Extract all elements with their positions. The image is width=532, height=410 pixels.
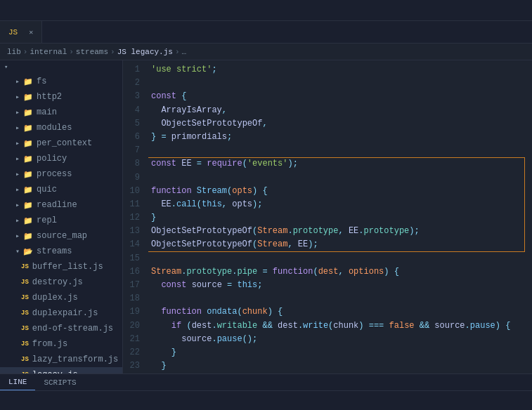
line-number-23: 23 <box>123 359 140 373</box>
folder-icon: 📁 <box>23 93 33 102</box>
sidebar-section-header[interactable]: ▾ <box>0 60 122 74</box>
sidebar-item-label: policy <box>37 154 67 164</box>
code-container: 1234567891011121314151617181920212223242… <box>123 60 532 373</box>
code-line-17: const source = this; <box>148 279 525 292</box>
breadcrumb-streams: streams <box>76 48 108 56</box>
sidebar-item-source_map[interactable]: ▸📁source_map <box>0 228 122 244</box>
breadcrumb-internal: internal <box>30 48 67 56</box>
sidebar-item-buffer_list-js[interactable]: JSbuffer_list.js <box>0 259 122 275</box>
chevron-icon: ▸ <box>15 77 20 86</box>
line-number-16: 16 <box>123 265 140 279</box>
sidebar-item-quic[interactable]: ▸📁quic <box>0 182 122 197</box>
line-number-1: 1 <box>123 63 140 77</box>
js-icon: JS <box>21 294 29 301</box>
line-number-12: 12 <box>123 211 140 225</box>
code-line-24 <box>148 373 525 373</box>
sidebar-item-label: duplex.js <box>32 293 78 303</box>
sidebar-item-label: source_map <box>37 231 87 241</box>
sidebar-item-label: quic <box>37 185 57 194</box>
code-line-14: ObjectSetPrototypeOf(Stream, EE); <box>148 238 525 251</box>
code-line-7 <box>148 144 525 157</box>
sidebar-item-from-js[interactable]: JSfrom.js <box>0 336 122 352</box>
sidebar-item-repl[interactable]: ▸📁repl <box>0 213 122 228</box>
code-line-6: } = primordials; <box>148 131 525 144</box>
chevron-icon: ▸ <box>15 216 20 225</box>
editor-area[interactable]: 1234567891011121314151617181920212223242… <box>123 60 532 373</box>
code-line-15 <box>148 252 525 265</box>
sidebar-item-fs[interactable]: ▸📁fs <box>0 74 122 89</box>
sidebar-item-duplexpair-js[interactable]: JSduplexpair.js <box>0 305 122 321</box>
chevron-icon: ▸ <box>15 170 20 178</box>
breadcrumb-ellipsis: … <box>182 48 187 56</box>
folder-icon: 📁 <box>23 216 33 225</box>
folder-icon: 📁 <box>23 232 33 241</box>
js-icon: JS <box>21 279 29 286</box>
sidebar-item-end-of-stream-js[interactable]: JSend-of-stream.js <box>0 321 122 336</box>
line-number-20: 20 <box>123 319 140 333</box>
code-line-16: Stream.prototype.pipe = function(dest, o… <box>148 265 525 279</box>
code-line-22: } <box>148 346 525 359</box>
sidebar-item-label: streams <box>37 246 72 256</box>
folder-icon: 📁 <box>23 139 33 148</box>
code-lines: 'use strict'; const { ArrayIsArray, Obje… <box>148 63 532 373</box>
line-number-6: 6 <box>123 131 140 144</box>
js-icon: JS <box>21 263 29 270</box>
chevron-icon: ▾ <box>15 247 20 256</box>
line-number-14: 14 <box>123 238 140 251</box>
line-number-11: 11 <box>123 198 140 211</box>
sidebar-item-per_context[interactable]: ▸📁per_context <box>0 135 122 151</box>
line-number-21: 21 <box>123 333 140 346</box>
line-number-13: 13 <box>123 225 140 238</box>
sidebar-item-label: per_context <box>37 138 92 148</box>
js-file-icon: JS <box>8 28 18 37</box>
sidebar-item-modules[interactable]: ▸📁modules <box>0 120 122 135</box>
main-area: ▾ ▸📁fs▸📁http2▸📁main▸📁modules▸📁per_contex… <box>0 60 532 373</box>
top-bar <box>0 0 532 21</box>
tab-legacy-js[interactable]: JS ✕ <box>0 21 42 43</box>
tab-bar: JS ✕ <box>0 21 532 44</box>
sidebar-item-legacy-js[interactable]: JSlegacy.js <box>0 367 122 373</box>
breadcrumb-current-file: JS legacy.js <box>117 48 173 56</box>
sidebar-item-policy[interactable]: ▸📁policy <box>0 151 122 166</box>
line-number-19: 19 <box>123 305 140 319</box>
sidebar-item-process[interactable]: ▸📁process <box>0 166 122 182</box>
sidebar-items-container: ▸📁fs▸📁http2▸📁main▸📁modules▸📁per_context▸… <box>0 74 122 373</box>
sidebar-item-http2[interactable]: ▸📁http2 <box>0 89 122 105</box>
chevron-icon: ▸ <box>15 108 20 117</box>
tab-close-button[interactable]: ✕ <box>29 28 33 37</box>
bottom-panels-content <box>0 391 532 410</box>
sidebar-item-main[interactable]: ▸📁main <box>0 105 122 120</box>
line-number-10: 10 <box>123 185 140 198</box>
sidebar-item-streams[interactable]: ▾📂streams <box>0 244 122 259</box>
line-number-2: 2 <box>123 77 140 90</box>
code-line-23: } <box>148 359 525 373</box>
chevron-down-icon: ▾ <box>4 63 8 71</box>
line-number-22: 22 <box>123 346 140 359</box>
line-number-18: 18 <box>123 292 140 305</box>
line-number-5: 5 <box>123 117 140 131</box>
line-number-17: 17 <box>123 279 140 292</box>
chevron-icon: ▸ <box>15 154 20 163</box>
folder-icon: 📁 <box>23 108 33 117</box>
folder-icon: 📁 <box>23 124 33 133</box>
sidebar-item-label: end-of-stream.js <box>32 324 113 333</box>
sidebar-item-destroy-js[interactable]: JSdestroy.js <box>0 275 122 290</box>
folder-icon: 📁 <box>23 77 33 86</box>
line-number-7: 7 <box>123 144 140 157</box>
breadcrumb: lib › internal › streams › JS legacy.js … <box>0 44 532 60</box>
breadcrumb-lib: lib <box>7 48 21 56</box>
sidebar-item-lazy_transform-js[interactable]: JSlazy_transform.js <box>0 352 122 367</box>
bottom-tab-scripts[interactable]: SCRIPTS <box>35 374 84 390</box>
bottom-tab-line[interactable]: LINE <box>0 374 35 390</box>
sidebar-item-duplex-js[interactable]: JSduplex.js <box>0 290 122 305</box>
js-icon: JS <box>21 310 29 317</box>
code-line-18 <box>148 292 525 305</box>
chevron-icon: ▸ <box>15 201 20 209</box>
sidebar-item-readline[interactable]: ▸📁readline <box>0 197 122 213</box>
js-icon: JS <box>21 325 29 332</box>
code-line-21: source.pause(); <box>148 333 525 346</box>
code-line-2 <box>148 77 525 90</box>
code-line-5: ObjectSetPrototypeOf, <box>148 117 525 131</box>
line-number-4: 4 <box>123 104 140 117</box>
sidebar-item-label: destroy.js <box>32 277 83 287</box>
